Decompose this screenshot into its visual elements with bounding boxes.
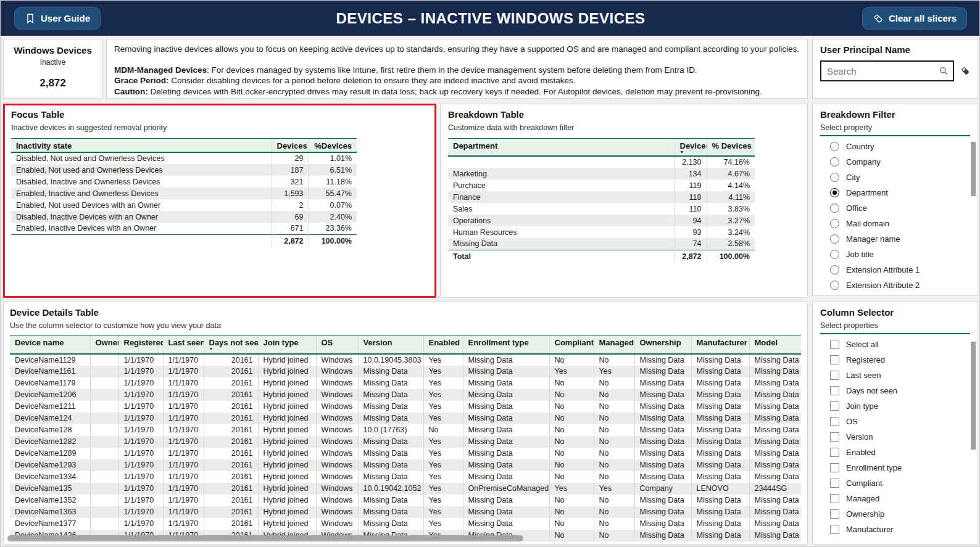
cell-ownership[interactable]: Missing Data xyxy=(634,366,691,377)
cell-owner[interactable] xyxy=(90,448,118,459)
cell-join-type[interactable]: Hybrid joined xyxy=(258,483,316,495)
table-row[interactable]: 2,13074.16% xyxy=(448,156,755,168)
cell-manufacturer[interactable]: Missing Data xyxy=(691,506,749,518)
cell-manufacturer[interactable]: Missing Data xyxy=(691,530,749,541)
devices-cell[interactable]: 110 xyxy=(675,203,707,215)
table-row[interactable]: Enabled, Inactive Devices with an Owner6… xyxy=(11,223,357,234)
cell-compliant[interactable]: No xyxy=(549,506,594,518)
cell-days-not-seen[interactable]: 20161 xyxy=(204,459,258,471)
cell-model[interactable]: Missing Data xyxy=(749,389,801,401)
devices-cell[interactable]: 2 xyxy=(272,199,309,211)
cell-days-not-seen[interactable]: 20161 xyxy=(204,471,258,483)
devices-cell[interactable]: 94 xyxy=(675,215,707,226)
cell-manufacturer[interactable]: Missing Data xyxy=(691,518,749,530)
column-header-compliant[interactable]: Compliant xyxy=(549,335,594,354)
checkbox-icon[interactable] xyxy=(830,340,839,349)
cell-device-name[interactable]: DeviceName1129 xyxy=(10,354,90,366)
cell-days-not-seen[interactable]: 20161 xyxy=(204,495,258,506)
cell-manufacturer[interactable]: Missing Data xyxy=(691,413,749,424)
cell-days-not-seen[interactable]: 20161 xyxy=(204,436,258,448)
breakdown-filter-scrollbar[interactable] xyxy=(971,142,976,196)
row-label-cell[interactable]: Enabled, Not used and Ownerless Devices xyxy=(11,164,272,176)
column-header-days-not-seen[interactable]: Days not seen▼ xyxy=(204,335,258,354)
cell-manufacturer[interactable]: Missing Data xyxy=(691,471,749,483)
percent-cell[interactable]: 23.36% xyxy=(309,223,357,234)
cell-ownership[interactable]: Company xyxy=(634,483,691,495)
devices-cell[interactable]: 1,593 xyxy=(272,187,309,199)
cell-managed[interactable]: Yes xyxy=(594,483,634,495)
cell-device-name[interactable]: DeviceName1293 xyxy=(10,459,90,471)
cell-compliant[interactable]: No xyxy=(549,377,594,389)
cell-owner[interactable] xyxy=(90,436,118,448)
table-row[interactable]: DeviceName11611/1/19701/1/197020161Hybri… xyxy=(10,366,801,377)
row-label-cell[interactable]: Human Resources xyxy=(448,226,675,238)
cell-os[interactable]: Windows xyxy=(316,354,358,366)
cell-registered[interactable]: 1/1/1970 xyxy=(118,448,163,459)
cell-days-not-seen[interactable]: 20161 xyxy=(204,366,258,377)
cell-enabled[interactable]: Yes xyxy=(423,366,463,377)
cell-registered[interactable]: 1/1/1970 xyxy=(118,413,163,424)
column-header-last-seen[interactable]: Last seen xyxy=(163,335,204,354)
cell-registered[interactable]: 1/1/1970 xyxy=(118,518,163,530)
percent-cell[interactable]: 3.24% xyxy=(707,226,755,238)
cell-managed[interactable]: No xyxy=(594,377,634,389)
cell-registered[interactable]: 1/1/1970 xyxy=(118,506,163,518)
cell-model[interactable]: Missing Data xyxy=(749,530,801,541)
percent-cell[interactable]: 4.14% xyxy=(707,179,755,191)
column-option-enabled[interactable]: Enabled xyxy=(820,445,970,460)
cell-enrollment-type[interactable]: Missing Data xyxy=(463,506,549,518)
column-option-join-type[interactable]: Join type xyxy=(820,398,970,414)
checkbox-icon[interactable] xyxy=(830,432,839,442)
row-label-cell[interactable]: Sales xyxy=(448,203,675,215)
cell-version[interactable]: Missing Data xyxy=(358,366,423,377)
checkbox-icon[interactable] xyxy=(830,371,839,380)
cell-ownership[interactable]: Missing Data xyxy=(634,436,691,448)
cell-compliant[interactable]: No xyxy=(549,518,594,530)
cell-os[interactable]: Windows xyxy=(316,436,358,448)
cell-model[interactable]: Missing Data xyxy=(749,518,801,530)
filter-option-city[interactable]: City xyxy=(820,170,970,185)
devices-cell[interactable]: 187 xyxy=(272,164,309,176)
cell-enrollment-type[interactable]: Missing Data xyxy=(463,448,549,459)
row-label-cell[interactable]: Enabled, Inactive Devices with an Owner xyxy=(11,223,272,234)
cell-last-seen[interactable]: 1/1/1970 xyxy=(163,366,204,377)
cell-ownership[interactable]: Missing Data xyxy=(634,377,691,389)
cell-manufacturer[interactable]: LENOVO xyxy=(691,483,749,495)
devices-cell[interactable]: 69 xyxy=(272,211,309,223)
cell-join-type[interactable]: Hybrid joined xyxy=(258,448,316,459)
cell-last-seen[interactable]: 1/1/1970 xyxy=(163,483,204,495)
cell-join-type[interactable]: Hybrid joined xyxy=(258,506,316,518)
cell-version[interactable]: 10.0.19045.3803 xyxy=(358,354,423,366)
devices-cell[interactable]: 74 xyxy=(675,238,707,250)
cell-device-name[interactable]: DeviceName1179 xyxy=(10,377,90,389)
cell-ownership[interactable]: Missing Data xyxy=(634,530,691,541)
checkbox-icon[interactable] xyxy=(830,494,839,503)
cell-os[interactable]: Windows xyxy=(316,389,358,401)
column-option-manufacturer[interactable]: Manufacturer xyxy=(820,522,970,537)
column-header-department[interactable]: Department xyxy=(448,139,675,157)
cell-model[interactable]: 23444SG xyxy=(749,483,801,495)
cell-join-type[interactable]: Hybrid joined xyxy=(258,471,316,483)
row-label-cell[interactable]: Disabled, Not used and Ownerless Devices xyxy=(11,152,272,164)
cell-join-type[interactable]: Hybrid joined xyxy=(258,377,316,389)
cell-version[interactable]: 10.0 (17763) xyxy=(358,424,423,436)
cell-os[interactable]: Windows xyxy=(316,401,358,413)
cell-last-seen[interactable]: 1/1/1970 xyxy=(163,459,204,471)
cell-device-name[interactable]: DeviceName1363 xyxy=(10,506,90,518)
filter-option-job-title[interactable]: Job title xyxy=(820,247,970,262)
filter-option-extension-attribute-2[interactable]: Extension Attribute 2 xyxy=(820,278,970,293)
cell-model[interactable]: Missing Data xyxy=(749,401,801,413)
cell-os[interactable]: Windows xyxy=(316,483,358,495)
cell-enrollment-type[interactable]: OnPremiseCoManaged xyxy=(463,483,549,495)
cell-ownership[interactable]: Missing Data xyxy=(634,448,691,459)
cell-ownership[interactable]: Missing Data xyxy=(634,506,691,518)
cell-version[interactable]: Missing Data xyxy=(358,506,423,518)
column-option-enrollment-type[interactable]: Enrollment type xyxy=(820,460,970,475)
cell-version[interactable]: Missing Data xyxy=(358,518,423,530)
cell-manufacturer[interactable]: Missing Data xyxy=(691,354,749,366)
cell-model[interactable]: Missing Data xyxy=(749,366,801,377)
table-row[interactable]: Enabled, Not used Devices with an Owner2… xyxy=(11,199,357,211)
cell-managed[interactable]: No xyxy=(594,471,634,483)
cell-enrollment-type[interactable]: Missing Data xyxy=(463,377,549,389)
row-label-cell[interactable]: Missing Data xyxy=(448,238,675,250)
